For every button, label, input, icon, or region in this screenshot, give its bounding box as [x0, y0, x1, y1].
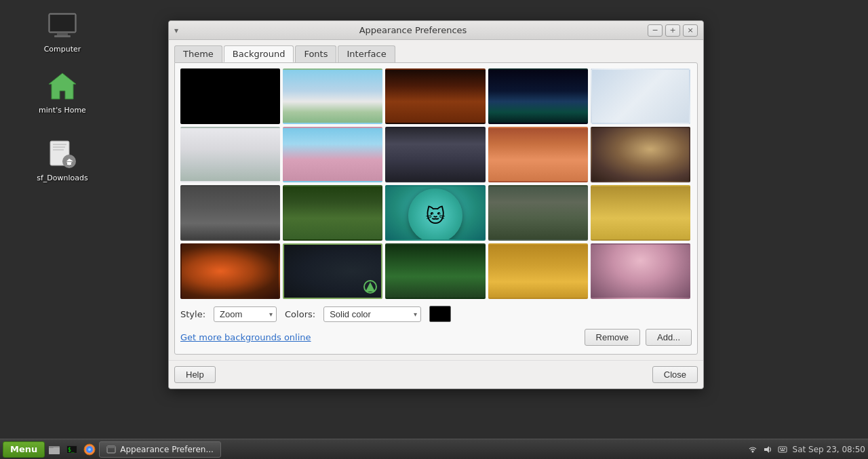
svg-marker-27	[764, 446, 769, 453]
home-icon	[46, 71, 79, 103]
svg-rect-28	[778, 447, 787, 452]
bg-item-sandstone[interactable]	[488, 127, 588, 182]
home-desktop-icon[interactable]: mint's Home	[35, 68, 90, 117]
style-label: Style:	[180, 309, 205, 319]
taskbar-terminal-icon[interactable]: $_	[64, 441, 80, 458]
svg-rect-3	[54, 35, 71, 37]
tab-background[interactable]: Background	[224, 45, 294, 62]
colors-select[interactable]: Solid color Horizontal gradient Vertical…	[323, 306, 421, 322]
bg-item-canyon[interactable]	[385, 68, 485, 124]
bg-item-storm[interactable]	[385, 127, 485, 182]
title-bar: ▾ Appearance Preferences − + ×	[169, 21, 703, 40]
help-button[interactable]: Help	[174, 366, 216, 383]
more-backgrounds-link[interactable]: Get more backgrounds online	[180, 332, 311, 342]
bg-item-wheat[interactable]	[591, 185, 690, 241]
computer-icon-label: Computer	[44, 45, 81, 54]
home-icon-label: mint's Home	[39, 106, 86, 115]
computer-icon	[46, 9, 79, 42]
svg-rect-30	[782, 448, 783, 450]
svg-rect-29	[780, 448, 781, 450]
taskbar-right: Sat Sep 23, 08:50	[748, 445, 865, 454]
taskbar-browser-icon[interactable]	[81, 441, 98, 458]
action-buttons: Remove Add...	[585, 329, 692, 346]
remove-button[interactable]: Remove	[585, 329, 640, 346]
bg-item-rocks[interactable]	[180, 185, 280, 241]
bg-item-green[interactable]	[283, 185, 382, 241]
svg-rect-25	[107, 446, 115, 448]
keyboard-icon[interactable]	[778, 445, 787, 454]
bg-item-mint-mascot[interactable]: 🐱	[385, 185, 485, 241]
style-select[interactable]: Zoom Centered Scaled Spanned Stretched W…	[214, 306, 277, 322]
svg-rect-1	[50, 15, 75, 31]
background-grid-container[interactable]: 🐱	[180, 68, 692, 299]
bg-item-bokeh[interactable]	[591, 127, 690, 182]
bg-item-orange[interactable]	[180, 243, 280, 299]
network-icon[interactable]	[748, 445, 757, 454]
svg-rect-31	[784, 448, 785, 450]
action-row: Get more backgrounds online Remove Add..…	[180, 326, 692, 348]
taskbar-window-button[interactable]: Appearance Preferen...	[99, 441, 221, 458]
bg-item-black[interactable]	[180, 68, 280, 124]
window-controls: − + ×	[648, 24, 698, 37]
bottom-actions: Help Close	[169, 360, 703, 388]
svg-rect-32	[781, 450, 785, 451]
downloads-icon-label: sf_Downloads	[37, 174, 88, 182]
svg-rect-6	[53, 144, 66, 145]
minimize-button[interactable]: −	[648, 24, 663, 37]
mint-mascot-overlay: 🐱	[408, 188, 462, 241]
volume-icon[interactable]	[763, 445, 772, 454]
color-swatch[interactable]	[429, 306, 451, 322]
style-controls: Style: Zoom Centered Scaled Spanned Stre…	[180, 299, 692, 326]
tab-interface[interactable]: Interface	[338, 45, 395, 62]
colors-select-wrap: Solid color Horizontal gradient Vertical…	[323, 306, 421, 322]
maximize-button[interactable]: +	[665, 24, 680, 37]
tab-bar: Theme Background Fonts Interface	[169, 40, 703, 62]
close-main-button[interactable]: Close	[652, 366, 698, 383]
window-taskbar-icon	[106, 445, 116, 454]
bg-item-blossoms[interactable]	[283, 127, 382, 182]
appearance-preferences-window: ▾ Appearance Preferences − + × Theme Bac…	[168, 20, 704, 389]
close-button[interactable]: ×	[683, 24, 698, 37]
tab-content: 🐱	[174, 62, 698, 355]
svg-marker-4	[49, 73, 76, 99]
bg-item-snow-tree[interactable]	[180, 127, 280, 182]
add-button[interactable]: Add...	[646, 329, 692, 346]
tab-fonts[interactable]: Fonts	[295, 45, 336, 62]
bg-item-wheat2[interactable]	[488, 243, 588, 299]
computer-desktop-icon[interactable]: Computer	[35, 7, 90, 56]
taskbar-file-manager-icon[interactable]	[46, 441, 62, 458]
background-grid[interactable]: 🐱	[180, 68, 692, 299]
bg-item-pink[interactable]	[591, 243, 690, 299]
bg-item-jungle[interactable]	[385, 243, 485, 299]
svg-rect-17	[49, 446, 54, 448]
svg-point-23	[88, 448, 91, 451]
svg-text:$_: $_	[68, 447, 75, 453]
bg-item-aurora[interactable]	[488, 68, 588, 124]
taskbar-window-label: Appearance Preferen...	[120, 445, 214, 454]
bg-item-landscape[interactable]	[488, 185, 588, 241]
svg-rect-16	[49, 447, 60, 454]
svg-rect-2	[57, 33, 68, 35]
downloads-icon	[46, 138, 79, 171]
taskbar-menu-button[interactable]: Menu	[3, 441, 45, 458]
svg-rect-7	[53, 146, 65, 148]
style-select-wrap: Zoom Centered Scaled Spanned Stretched W…	[214, 306, 277, 322]
svg-point-26	[751, 450, 753, 452]
bg-item-mountains[interactable]	[283, 68, 382, 124]
bg-item-abstract[interactable]	[591, 68, 690, 124]
svg-rect-8	[53, 149, 64, 151]
svg-marker-14	[366, 282, 375, 292]
bg-item-mint-dark[interactable]	[283, 243, 382, 299]
window-title: Appearance Preferences	[178, 25, 648, 35]
colors-label: Colors:	[285, 309, 315, 319]
taskbar-time: Sat Sep 23, 08:50	[793, 445, 865, 454]
tab-theme[interactable]: Theme	[174, 45, 222, 62]
downloads-desktop-icon[interactable]: sf_Downloads	[35, 136, 90, 185]
taskbar: Menu $_ Appearance Preferen...	[0, 439, 868, 459]
